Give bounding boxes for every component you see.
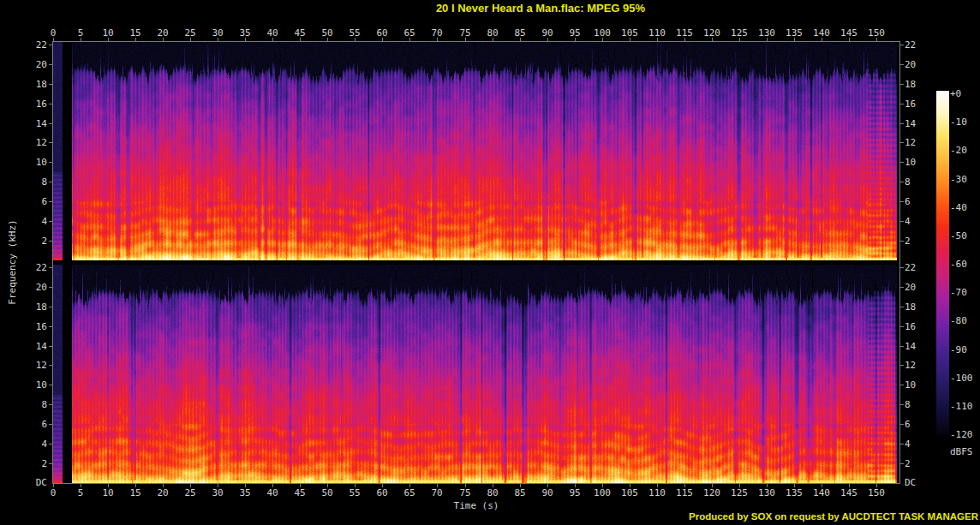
freq-tick-left <box>49 162 52 163</box>
freq-tick-label-left: 4 <box>15 439 47 449</box>
freq-tick-right <box>900 182 904 182</box>
freq-tick-right <box>900 104 904 104</box>
freq-tick-right <box>900 221 904 222</box>
freq-tick-label-right: 22 <box>905 263 936 272</box>
freq-tick-right <box>900 142 904 143</box>
time-tick-label-top: 50 <box>314 28 340 38</box>
time-tick-label-top: 70 <box>424 28 450 38</box>
time-tick-label-bottom: 0 <box>40 488 66 498</box>
freq-tick-left <box>49 142 52 143</box>
plot-frame-left <box>52 41 53 483</box>
freq-tick-label-left: 12 <box>15 138 47 147</box>
time-tick-label-top: 40 <box>260 28 285 38</box>
freq-tick-label-right: 12 <box>905 361 936 370</box>
time-tick-label-bottom: 25 <box>177 488 203 498</box>
freq-tick-right <box>900 123 904 124</box>
freq-tick-left <box>49 104 52 104</box>
freq-tick-label-right: 14 <box>905 119 936 128</box>
time-tick-label-top: 75 <box>452 28 478 38</box>
plot-frame-top <box>52 41 900 42</box>
freq-tick-label-left: 2 <box>15 236 47 246</box>
time-tick-label-bottom: 100 <box>589 488 615 498</box>
freq-tick-right <box>900 463 904 464</box>
freq-tick-right <box>900 444 904 444</box>
time-tick-label-top: 140 <box>809 28 834 38</box>
freq-tick-label-left: 18 <box>15 80 47 89</box>
freq-tick-label-left: 20 <box>15 283 47 292</box>
freq-tick-left <box>49 463 52 464</box>
freq-tick-label-left: 8 <box>15 400 47 409</box>
freq-tick-label-left: 2 <box>15 459 47 468</box>
time-tick-label-top: 110 <box>644 28 670 38</box>
time-tick-label-bottom: 135 <box>781 488 807 498</box>
freq-tick-left <box>49 221 52 222</box>
legend-db-label: -40 <box>950 203 979 212</box>
freq-tick-label-left: 10 <box>15 158 47 167</box>
legend-db-label: -90 <box>950 345 979 355</box>
freq-tick-label-left: 16 <box>15 99 47 109</box>
freq-tick-label-right: 14 <box>905 342 936 351</box>
freq-dc-label-right: DC <box>905 478 936 487</box>
time-tick-label-top: 135 <box>781 28 807 38</box>
time-tick-label-top: 10 <box>95 28 121 38</box>
freq-tick-left <box>49 182 52 182</box>
time-tick-label-top: 145 <box>836 28 862 38</box>
freq-tick-label-left: 4 <box>15 217 47 226</box>
time-tick-label-top: 125 <box>726 28 752 38</box>
freq-tick-left <box>49 45 52 45</box>
time-tick-label-top: 15 <box>122 28 148 38</box>
freq-tick-left <box>49 123 52 124</box>
freq-tick-label-right: 8 <box>905 177 936 187</box>
freq-tick-left <box>49 326 52 327</box>
freq-tick-left <box>49 201 52 202</box>
time-tick-label-top: 45 <box>287 28 313 38</box>
time-tick-label-top: 80 <box>480 28 505 38</box>
time-tick-label-top: 105 <box>617 28 642 38</box>
time-tick-label-top: 5 <box>68 28 93 38</box>
time-tick-label-bottom: 120 <box>699 488 725 498</box>
freq-tick-label-right: 2 <box>905 459 936 468</box>
freq-tick-label-left: 6 <box>15 420 47 429</box>
legend-db-label: +0 <box>950 89 979 98</box>
freq-tick-right <box>900 162 904 163</box>
legend-db-label: -30 <box>950 175 979 184</box>
time-tick-label-top: 115 <box>672 28 697 38</box>
time-tick-label-top: 30 <box>205 28 230 38</box>
freq-tick-right <box>900 307 904 307</box>
freq-tick-label-right: 16 <box>905 322 936 331</box>
time-tick-label-bottom: 80 <box>480 488 505 498</box>
freq-tick-right <box>900 241 904 242</box>
freq-tick-right <box>900 346 904 347</box>
plot-frame-right <box>899 41 900 483</box>
time-tick-label-bottom: 35 <box>232 488 258 498</box>
freq-tick-right <box>900 267 904 268</box>
freq-tick-right <box>900 45 904 45</box>
freq-tick-label-left: 20 <box>15 60 47 69</box>
time-tick-label-top: 35 <box>232 28 258 38</box>
freq-tick-right <box>900 326 904 327</box>
freq-tick-label-right: 12 <box>905 138 936 147</box>
time-tick-label-bottom: 50 <box>314 488 340 498</box>
freq-tick-left <box>49 241 52 242</box>
legend-db-label: -110 <box>950 402 979 411</box>
time-tick-label-bottom: 10 <box>95 488 121 498</box>
time-tick-label-bottom: 65 <box>397 488 422 498</box>
time-tick-label-top: 120 <box>699 28 725 38</box>
freq-tick-label-left: 10 <box>15 380 47 390</box>
time-tick-label-top: 25 <box>177 28 203 38</box>
x-axis-title: Time (s) <box>454 500 499 511</box>
freq-dc-label-left: DC <box>15 478 47 487</box>
time-tick-label-bottom: 105 <box>617 488 642 498</box>
freq-tick-label-right: 6 <box>905 420 936 429</box>
time-tick-label-top: 90 <box>535 28 560 38</box>
freq-tick-label-right: 8 <box>905 400 936 409</box>
freq-tick-label-right: 18 <box>905 80 936 89</box>
freq-tick-label-right: 18 <box>905 302 936 312</box>
freq-tick-left <box>49 307 52 307</box>
time-tick-label-top: 85 <box>507 28 533 38</box>
freq-tick-left <box>49 267 52 268</box>
freq-tick-label-left: 6 <box>15 197 47 206</box>
freq-tick-left <box>49 444 52 444</box>
credit-text: Produced by SOX on request by AUCDTECT T… <box>689 511 978 522</box>
time-tick-label-bottom: 150 <box>863 488 889 498</box>
